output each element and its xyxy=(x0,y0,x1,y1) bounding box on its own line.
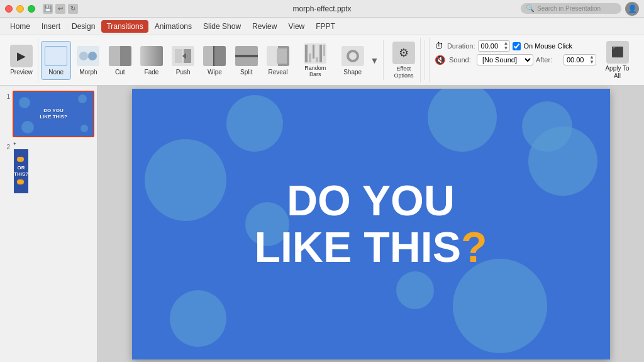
transition-push[interactable]: Push xyxy=(169,41,197,80)
slide-thumb-row-2: 2 ✦ ORTHIS? xyxy=(3,141,94,195)
duration-spin[interactable]: ▲ ▼ xyxy=(502,41,510,51)
clock-icon: ⏱ xyxy=(435,41,443,51)
minimize-button[interactable] xyxy=(16,5,24,13)
transition-morph-icon xyxy=(77,45,99,67)
transition-fade-icon xyxy=(140,45,163,67)
transition-cut[interactable]: Cut xyxy=(106,41,135,80)
transition-random-bars-label: Random Bars xyxy=(299,65,331,77)
preview-label: Preview xyxy=(10,69,33,76)
transition-random-bars[interactable]: Random Bars xyxy=(295,41,335,80)
transition-split[interactable]: Split xyxy=(232,41,261,80)
transition-shape-label: Shape xyxy=(343,69,362,76)
apply-to-all-label: Apply To All xyxy=(602,65,633,80)
slide-text-like-this: LIKE THIS xyxy=(254,223,461,271)
slide-1-number: 1 xyxy=(3,91,10,100)
slide-panel: 1 DO YOULIKE THIS? 2 ✦ xyxy=(0,86,97,362)
main-area: 1 DO YOULIKE THIS? 2 ✦ xyxy=(0,86,644,362)
transition-wipe[interactable]: Wipe xyxy=(200,41,229,80)
close-button[interactable] xyxy=(5,5,13,13)
transition-random-bars-icon xyxy=(304,43,326,64)
duration-value[interactable] xyxy=(479,42,502,50)
transition-none[interactable]: None xyxy=(41,41,71,80)
after-down[interactable]: ▼ xyxy=(589,60,594,65)
duration-label: Duration: xyxy=(447,42,475,50)
effect-options-button[interactable]: ⚙ EffectOptions xyxy=(387,38,421,82)
transition-shape[interactable]: Shape xyxy=(338,41,367,80)
canvas-area: DO YOU LIKE THIS? xyxy=(97,86,644,362)
sound-label: Sound: xyxy=(449,56,474,64)
transition-cut-icon xyxy=(109,45,131,67)
duration-down[interactable]: ▼ xyxy=(504,46,509,51)
menu-view[interactable]: View xyxy=(283,20,309,33)
save-icon[interactable]: 💾 xyxy=(43,4,53,14)
search-placeholder: Search in Presentation xyxy=(537,5,601,12)
duration-input[interactable]: ▲ ▼ xyxy=(478,40,511,52)
transition-reveal-label: Reveal xyxy=(268,69,287,76)
after-value[interactable] xyxy=(564,55,588,64)
redo-icon[interactable]: ↻ xyxy=(68,4,78,14)
apply-all-icon: ⬛ xyxy=(606,41,629,64)
transition-shape-icon xyxy=(341,45,364,67)
maximize-button[interactable] xyxy=(28,5,35,13)
transition-none-icon xyxy=(45,45,67,67)
transition-split-label: Split xyxy=(240,69,252,76)
slide-text-line1: DO YOU xyxy=(254,177,487,224)
duration-row: ⏱ Duration: ▲ ▼ On Mouse Click xyxy=(435,40,588,52)
menu-slide-show[interactable]: Slide Show xyxy=(198,20,246,33)
slide-canvas[interactable]: DO YOU LIKE THIS? xyxy=(132,89,610,359)
ribbon-divider-2 xyxy=(425,40,425,80)
ribbon: ▶ Preview None Morph xyxy=(0,35,644,86)
menu-bar: Home Insert Design Transitions Animation… xyxy=(0,18,644,35)
after-spin[interactable]: ▲ ▼ xyxy=(588,55,596,65)
on-mouse-click-label: On Mouse Click xyxy=(523,42,572,50)
transition-fade[interactable]: Fade xyxy=(137,41,166,80)
circle-7 xyxy=(170,290,226,347)
slide-2-col: ✦ ORTHIS? xyxy=(13,141,94,195)
transition-cut-label: Cut xyxy=(115,69,125,76)
slide-2-text: ORTHIS? xyxy=(14,165,28,177)
transition-list: None Morph Cut xyxy=(41,38,379,82)
menu-animations[interactable]: Animations xyxy=(150,20,197,33)
transition-reveal-icon xyxy=(267,45,289,67)
slide-text-question-mark: ? xyxy=(461,223,487,271)
on-mouse-click-check[interactable] xyxy=(513,42,521,50)
slide-text-line2: LIKE THIS? xyxy=(254,224,487,271)
circle-6 xyxy=(453,259,547,353)
svg-point-1 xyxy=(88,52,97,60)
sound-icon: 🔇 xyxy=(435,55,445,65)
slide-thumb-2[interactable]: ORTHIS? xyxy=(13,148,30,195)
slide-thumb-1[interactable]: DO YOULIKE THIS? xyxy=(13,91,94,137)
apply-to-all-button[interactable]: ⬛ Apply To All xyxy=(596,38,639,82)
after-label: After: xyxy=(536,56,561,64)
ribbon-divider-1 xyxy=(383,40,384,80)
menu-transitions[interactable]: Transitions xyxy=(101,20,148,33)
effect-options-label: EffectOptions xyxy=(394,65,413,79)
transition-morph[interactable]: Morph xyxy=(74,41,103,80)
transition-reveal[interactable]: Reveal xyxy=(264,41,292,80)
menu-insert[interactable]: Insert xyxy=(36,20,65,33)
circle-3 xyxy=(428,89,497,152)
effect-options-icon: ⚙ xyxy=(392,42,415,64)
sound-row: 🔇 Sound: [No Sound] After: ▲ ▼ xyxy=(435,54,588,65)
search-icon: 🔍 xyxy=(526,4,535,13)
undo-icon[interactable]: ↩ xyxy=(55,4,65,14)
on-mouse-click-checkbox[interactable]: On Mouse Click xyxy=(513,42,572,50)
after-input[interactable]: ▲ ▼ xyxy=(564,54,596,65)
menu-review[interactable]: Review xyxy=(247,20,282,33)
menu-fppt[interactable]: FPPT xyxy=(311,20,340,33)
transition-split-icon xyxy=(235,45,258,67)
transition-wipe-icon xyxy=(203,45,226,67)
sound-select[interactable]: [No Sound] xyxy=(477,54,533,65)
menu-home[interactable]: Home xyxy=(5,20,35,33)
transitions-more-arrow[interactable]: ▼ xyxy=(370,41,379,80)
slide-thumb-row-1: 1 DO YOULIKE THIS? xyxy=(3,91,94,137)
timing-panel: ⏱ Duration: ▲ ▼ On Mouse Click 🔇 Sound: … xyxy=(429,38,593,82)
user-avatar[interactable]: 👤 xyxy=(625,2,639,16)
transition-push-label: Push xyxy=(176,69,191,76)
transition-wipe-label: Wipe xyxy=(208,69,222,76)
menu-design[interactable]: Design xyxy=(67,20,100,33)
preview-button[interactable]: ▶ Preview xyxy=(5,38,38,82)
svg-rect-2 xyxy=(175,49,182,63)
search-bar[interactable]: 🔍 Search in Presentation xyxy=(521,3,621,14)
circle-2 xyxy=(226,95,283,152)
